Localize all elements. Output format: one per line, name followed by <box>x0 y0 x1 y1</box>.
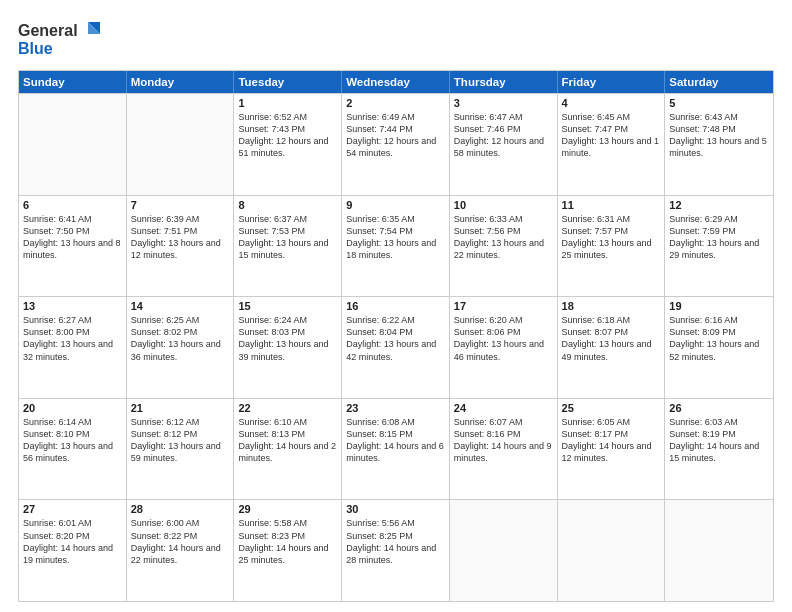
calendar-cell: 8Sunrise: 6:37 AMSunset: 7:53 PMDaylight… <box>234 196 342 297</box>
day-number: 17 <box>454 300 553 312</box>
cell-info: Sunrise: 6:20 AMSunset: 8:06 PMDaylight:… <box>454 314 553 363</box>
calendar: SundayMondayTuesdayWednesdayThursdayFrid… <box>18 70 774 602</box>
calendar-cell: 12Sunrise: 6:29 AMSunset: 7:59 PMDayligh… <box>665 196 773 297</box>
day-number: 5 <box>669 97 769 109</box>
day-number: 10 <box>454 199 553 211</box>
header: GeneralBlue <box>18 18 774 60</box>
day-number: 15 <box>238 300 337 312</box>
day-number: 12 <box>669 199 769 211</box>
calendar-cell <box>127 94 235 195</box>
calendar-cell: 6Sunrise: 6:41 AMSunset: 7:50 PMDaylight… <box>19 196 127 297</box>
calendar-row-4: 27Sunrise: 6:01 AMSunset: 8:20 PMDayligh… <box>19 499 773 601</box>
cell-info: Sunrise: 6:25 AMSunset: 8:02 PMDaylight:… <box>131 314 230 363</box>
calendar-cell: 22Sunrise: 6:10 AMSunset: 8:13 PMDayligh… <box>234 399 342 500</box>
calendar-cell: 15Sunrise: 6:24 AMSunset: 8:03 PMDayligh… <box>234 297 342 398</box>
cell-info: Sunrise: 6:35 AMSunset: 7:54 PMDaylight:… <box>346 213 445 262</box>
cell-info: Sunrise: 6:05 AMSunset: 8:17 PMDaylight:… <box>562 416 661 465</box>
cell-info: Sunrise: 6:52 AMSunset: 7:43 PMDaylight:… <box>238 111 337 160</box>
cell-info: Sunrise: 6:16 AMSunset: 8:09 PMDaylight:… <box>669 314 769 363</box>
cell-info: Sunrise: 6:03 AMSunset: 8:19 PMDaylight:… <box>669 416 769 465</box>
cell-info: Sunrise: 5:58 AMSunset: 8:23 PMDaylight:… <box>238 517 337 566</box>
calendar-cell: 28Sunrise: 6:00 AMSunset: 8:22 PMDayligh… <box>127 500 235 601</box>
calendar-cell: 27Sunrise: 6:01 AMSunset: 8:20 PMDayligh… <box>19 500 127 601</box>
day-number: 14 <box>131 300 230 312</box>
calendar-cell: 23Sunrise: 6:08 AMSunset: 8:15 PMDayligh… <box>342 399 450 500</box>
svg-text:General: General <box>18 22 78 39</box>
cell-info: Sunrise: 6:41 AMSunset: 7:50 PMDaylight:… <box>23 213 122 262</box>
day-number: 19 <box>669 300 769 312</box>
calendar-cell: 16Sunrise: 6:22 AMSunset: 8:04 PMDayligh… <box>342 297 450 398</box>
calendar-cell: 30Sunrise: 5:56 AMSunset: 8:25 PMDayligh… <box>342 500 450 601</box>
calendar-cell: 21Sunrise: 6:12 AMSunset: 8:12 PMDayligh… <box>127 399 235 500</box>
cell-info: Sunrise: 6:47 AMSunset: 7:46 PMDaylight:… <box>454 111 553 160</box>
day-number: 7 <box>131 199 230 211</box>
calendar-row-1: 6Sunrise: 6:41 AMSunset: 7:50 PMDaylight… <box>19 195 773 297</box>
page: GeneralBlue SundayMondayTuesdayWednesday… <box>0 0 792 612</box>
day-number: 1 <box>238 97 337 109</box>
logo: GeneralBlue <box>18 18 108 60</box>
day-number: 11 <box>562 199 661 211</box>
calendar-cell: 9Sunrise: 6:35 AMSunset: 7:54 PMDaylight… <box>342 196 450 297</box>
header-cell-tuesday: Tuesday <box>234 71 342 93</box>
day-number: 24 <box>454 402 553 414</box>
cell-info: Sunrise: 6:10 AMSunset: 8:13 PMDaylight:… <box>238 416 337 465</box>
day-number: 20 <box>23 402 122 414</box>
calendar-cell: 11Sunrise: 6:31 AMSunset: 7:57 PMDayligh… <box>558 196 666 297</box>
day-number: 3 <box>454 97 553 109</box>
cell-info: Sunrise: 6:24 AMSunset: 8:03 PMDaylight:… <box>238 314 337 363</box>
cell-info: Sunrise: 6:33 AMSunset: 7:56 PMDaylight:… <box>454 213 553 262</box>
cell-info: Sunrise: 5:56 AMSunset: 8:25 PMDaylight:… <box>346 517 445 566</box>
day-number: 18 <box>562 300 661 312</box>
cell-info: Sunrise: 6:45 AMSunset: 7:47 PMDaylight:… <box>562 111 661 160</box>
calendar-cell: 18Sunrise: 6:18 AMSunset: 8:07 PMDayligh… <box>558 297 666 398</box>
cell-info: Sunrise: 6:29 AMSunset: 7:59 PMDaylight:… <box>669 213 769 262</box>
day-number: 8 <box>238 199 337 211</box>
cell-info: Sunrise: 6:27 AMSunset: 8:00 PMDaylight:… <box>23 314 122 363</box>
calendar-cell <box>450 500 558 601</box>
calendar-cell: 29Sunrise: 5:58 AMSunset: 8:23 PMDayligh… <box>234 500 342 601</box>
day-number: 22 <box>238 402 337 414</box>
cell-info: Sunrise: 6:08 AMSunset: 8:15 PMDaylight:… <box>346 416 445 465</box>
calendar-cell: 10Sunrise: 6:33 AMSunset: 7:56 PMDayligh… <box>450 196 558 297</box>
cell-info: Sunrise: 6:14 AMSunset: 8:10 PMDaylight:… <box>23 416 122 465</box>
cell-info: Sunrise: 6:18 AMSunset: 8:07 PMDaylight:… <box>562 314 661 363</box>
calendar-cell: 4Sunrise: 6:45 AMSunset: 7:47 PMDaylight… <box>558 94 666 195</box>
header-cell-saturday: Saturday <box>665 71 773 93</box>
calendar-cell: 25Sunrise: 6:05 AMSunset: 8:17 PMDayligh… <box>558 399 666 500</box>
calendar-cell: 2Sunrise: 6:49 AMSunset: 7:44 PMDaylight… <box>342 94 450 195</box>
header-cell-wednesday: Wednesday <box>342 71 450 93</box>
calendar-cell: 13Sunrise: 6:27 AMSunset: 8:00 PMDayligh… <box>19 297 127 398</box>
calendar-header: SundayMondayTuesdayWednesdayThursdayFrid… <box>19 71 773 93</box>
day-number: 23 <box>346 402 445 414</box>
calendar-row-0: 1Sunrise: 6:52 AMSunset: 7:43 PMDaylight… <box>19 93 773 195</box>
calendar-cell: 26Sunrise: 6:03 AMSunset: 8:19 PMDayligh… <box>665 399 773 500</box>
day-number: 28 <box>131 503 230 515</box>
calendar-row-3: 20Sunrise: 6:14 AMSunset: 8:10 PMDayligh… <box>19 398 773 500</box>
calendar-row-2: 13Sunrise: 6:27 AMSunset: 8:00 PMDayligh… <box>19 296 773 398</box>
day-number: 13 <box>23 300 122 312</box>
calendar-cell: 7Sunrise: 6:39 AMSunset: 7:51 PMDaylight… <box>127 196 235 297</box>
calendar-cell: 17Sunrise: 6:20 AMSunset: 8:06 PMDayligh… <box>450 297 558 398</box>
day-number: 26 <box>669 402 769 414</box>
header-cell-monday: Monday <box>127 71 235 93</box>
calendar-cell <box>558 500 666 601</box>
day-number: 25 <box>562 402 661 414</box>
day-number: 29 <box>238 503 337 515</box>
cell-info: Sunrise: 6:37 AMSunset: 7:53 PMDaylight:… <box>238 213 337 262</box>
cell-info: Sunrise: 6:49 AMSunset: 7:44 PMDaylight:… <box>346 111 445 160</box>
calendar-cell: 24Sunrise: 6:07 AMSunset: 8:16 PMDayligh… <box>450 399 558 500</box>
calendar-cell: 20Sunrise: 6:14 AMSunset: 8:10 PMDayligh… <box>19 399 127 500</box>
cell-info: Sunrise: 6:43 AMSunset: 7:48 PMDaylight:… <box>669 111 769 160</box>
cell-info: Sunrise: 6:31 AMSunset: 7:57 PMDaylight:… <box>562 213 661 262</box>
day-number: 6 <box>23 199 122 211</box>
svg-text:Blue: Blue <box>18 40 53 57</box>
cell-info: Sunrise: 6:39 AMSunset: 7:51 PMDaylight:… <box>131 213 230 262</box>
calendar-cell <box>665 500 773 601</box>
calendar-cell: 19Sunrise: 6:16 AMSunset: 8:09 PMDayligh… <box>665 297 773 398</box>
calendar-body: 1Sunrise: 6:52 AMSunset: 7:43 PMDaylight… <box>19 93 773 601</box>
calendar-cell: 5Sunrise: 6:43 AMSunset: 7:48 PMDaylight… <box>665 94 773 195</box>
day-number: 30 <box>346 503 445 515</box>
calendar-cell <box>19 94 127 195</box>
header-cell-thursday: Thursday <box>450 71 558 93</box>
cell-info: Sunrise: 6:01 AMSunset: 8:20 PMDaylight:… <box>23 517 122 566</box>
